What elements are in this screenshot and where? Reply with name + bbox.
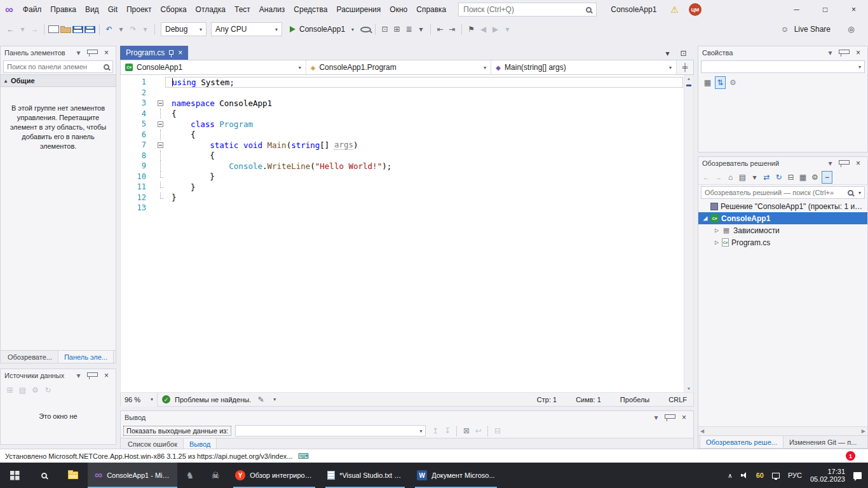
- menu-item[interactable]: Справка: [412, 3, 451, 17]
- configuration-dropdown[interactable]: Debug ▾: [161, 22, 207, 36]
- indent-decrease-icon[interactable]: ⇤: [435, 23, 445, 36]
- code-line[interactable]: 3namespace ConsoleApp1: [121, 98, 683, 109]
- home-icon[interactable]: ⌂: [725, 171, 736, 184]
- feature-search-icon[interactable]: [360, 27, 371, 32]
- window-options-icon[interactable]: ⊡: [678, 47, 689, 60]
- properties-object-dropdown[interactable]: ▾: [701, 60, 865, 73]
- menu-item[interactable]: Средства: [289, 3, 332, 17]
- switch-views-caret[interactable]: ▾: [749, 171, 760, 184]
- new-file-icon[interactable]: [48, 25, 59, 33]
- clear-all-icon[interactable]: ⊠: [461, 424, 471, 437]
- save-all-icon[interactable]: [85, 26, 95, 33]
- pin-icon[interactable]: [839, 50, 850, 54]
- pin-icon[interactable]: [839, 160, 850, 165]
- prev-bookmark-icon[interactable]: ◀: [478, 23, 489, 36]
- properties-icon[interactable]: ⚙: [810, 171, 820, 184]
- code-line[interactable]: 12}: [121, 193, 683, 203]
- window-list-icon[interactable]: ≣: [403, 23, 414, 36]
- window-position-caret[interactable]: ▾: [651, 411, 661, 424]
- pin-icon[interactable]: [169, 50, 173, 55]
- bookmark-icon[interactable]: ⚑: [466, 23, 477, 36]
- solution-search-input[interactable]: Обозреватель решений — поиск (Ctrl+» ▾: [701, 186, 865, 199]
- refresh-data-source-icon[interactable]: ↻: [43, 384, 53, 396]
- menu-item[interactable]: Сборка: [156, 3, 191, 17]
- volume-icon[interactable]: [741, 472, 748, 478]
- close-tab-icon[interactable]: ×: [178, 48, 182, 57]
- collapse-toggle-icon[interactable]: [155, 119, 165, 130]
- taskbar-button[interactable]: WДокумент Microso...: [410, 463, 502, 488]
- menu-item[interactable]: Проект: [122, 3, 156, 17]
- toolbox-category-general[interactable]: ▴ Общие: [1, 74, 116, 87]
- output-source-dropdown[interactable]: ▾: [235, 425, 426, 437]
- scroll-right-icon[interactable]: ▶: [862, 428, 865, 434]
- collapse-toggle-icon[interactable]: [155, 140, 165, 151]
- panel-tab[interactable]: Изменения Git — п...: [783, 436, 862, 448]
- code-line[interactable]: 1using System;: [121, 77, 683, 88]
- code-line[interactable]: 5 class Program: [121, 119, 683, 130]
- code-health-icon[interactable]: ✓: [162, 395, 170, 403]
- taskbar-button[interactable]: ∞ConsoleApp1 - Mic...: [88, 463, 177, 488]
- panel-tab[interactable]: Обозреватель реше...: [700, 436, 783, 448]
- code-line[interactable]: 10 }: [121, 172, 683, 182]
- panel-tab[interactable]: Вывод: [183, 438, 217, 449]
- live-share-icon[interactable]: ☺: [780, 23, 790, 36]
- minimize-button[interactable]: ─: [782, 0, 811, 19]
- expand-arrow-icon[interactable]: ▷: [712, 240, 721, 245]
- close-icon[interactable]: ×: [679, 411, 689, 424]
- close-button[interactable]: ×: [839, 0, 868, 19]
- scroll-thumb[interactable]: [686, 85, 691, 86]
- taskbar-button[interactable]: ♞: [177, 463, 203, 488]
- bookmark-caret[interactable]: ▾: [502, 23, 513, 36]
- property-pages-icon[interactable]: ⚙: [728, 76, 738, 89]
- code-editor[interactable]: 1using System;23namespace ConsoleApp14{5…: [120, 75, 694, 393]
- edit-data-source-icon[interactable]: ▤: [17, 384, 28, 396]
- file-explorer-button[interactable]: [58, 463, 88, 488]
- nav-back-caret[interactable]: ▾: [17, 23, 28, 36]
- menu-item[interactable]: Окно: [385, 3, 412, 17]
- action-center-icon[interactable]: [853, 472, 862, 479]
- menu-item[interactable]: Файл: [18, 3, 46, 17]
- menu-item[interactable]: Вид: [81, 3, 104, 17]
- preview-window-icon[interactable]: ⊡: [379, 23, 390, 36]
- sync-icon[interactable]: ⇄: [761, 171, 772, 184]
- code-line[interactable]: 8 {: [121, 151, 683, 161]
- next-message-icon[interactable]: ↧: [442, 424, 452, 437]
- pin-icon[interactable]: [665, 414, 675, 419]
- show-all-files-icon[interactable]: ▦: [797, 171, 808, 184]
- nav-forward-icon[interactable]: →: [29, 23, 40, 36]
- menu-item[interactable]: Правка: [46, 3, 81, 17]
- vertical-scrollbar[interactable]: ▲ ▼: [684, 75, 693, 392]
- window-position-caret[interactable]: ▾: [73, 46, 84, 59]
- menu-item[interactable]: Расширения: [332, 3, 386, 17]
- code-line[interactable]: 9 Console.WriteLine("Hello World!");: [121, 161, 683, 172]
- live-share-label[interactable]: Live Share: [794, 25, 831, 34]
- pin-icon[interactable]: [87, 372, 98, 377]
- panel-tab[interactable]: Список ошибок: [122, 438, 183, 449]
- line-indicator[interactable]: Стр: 1: [537, 396, 557, 403]
- expand-arrow-icon[interactable]: ◢: [701, 215, 710, 221]
- code-suggestions-icon[interactable]: ✎: [255, 393, 266, 406]
- code-line[interactable]: 6 {: [121, 130, 683, 140]
- nav-dropdown[interactable]: ◆Main(string[] args)▾: [491, 60, 677, 74]
- quick-search-box[interactable]: Поиск (Ctrl+Q): [458, 3, 597, 17]
- maximize-button[interactable]: □: [811, 0, 839, 19]
- window-position-caret[interactable]: ▾: [73, 369, 84, 382]
- open-file-icon[interactable]: [60, 27, 71, 33]
- solution-explorer-header[interactable]: Обозреватель решений ▾×: [698, 157, 867, 170]
- spaces-indicator[interactable]: Пробелы: [620, 396, 649, 403]
- panel-tab[interactable]: Обозревате...: [2, 351, 58, 363]
- column-indicator[interactable]: Симв: 1: [576, 396, 601, 403]
- nuget-icon[interactable]: ⊟: [785, 171, 796, 184]
- panel-tab[interactable]: Панель эле...: [58, 351, 114, 363]
- start-button[interactable]: [0, 463, 29, 488]
- taskbar-search-button[interactable]: [29, 463, 58, 488]
- notification-warning-icon[interactable]: ⚠: [670, 4, 679, 15]
- toolbox-search-input[interactable]: Поиск по панели элемен: [3, 60, 113, 73]
- close-icon[interactable]: ×: [853, 46, 864, 59]
- next-bookmark-icon[interactable]: ▶: [490, 23, 501, 36]
- code-line[interactable]: 2: [121, 88, 683, 98]
- refresh-icon[interactable]: ↻: [773, 171, 784, 184]
- alphabetical-icon[interactable]: ⇅: [715, 76, 726, 89]
- close-icon[interactable]: ×: [853, 157, 864, 170]
- horizontal-scrollbar[interactable]: ◀ ▶: [698, 426, 867, 435]
